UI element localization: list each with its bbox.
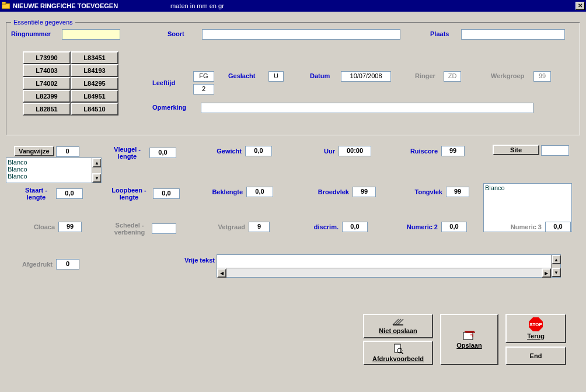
soort-input[interactable] (202, 29, 400, 40)
list-item[interactable]: Blanco (8, 173, 100, 180)
save-icon (462, 330, 476, 341)
gewicht-input[interactable]: 0,0 (245, 146, 272, 156)
loopbeen-input[interactable]: 0,0 (153, 188, 180, 199)
broedvlek-input[interactable]: 99 (353, 187, 376, 197)
opmerking-input[interactable] (201, 103, 533, 113)
afdrukvoorbeeld-button[interactable]: Afdrukvoorbeeld (363, 341, 433, 365)
ring-cell[interactable]: L84193 (71, 64, 118, 77)
numeric2-label: Numeric 2 (403, 223, 441, 230)
scroll-down-icon[interactable]: ▼ (552, 268, 561, 277)
niet-opslaan-label: Niet opslaan (379, 327, 417, 334)
window-title: NIEUWE RINGFICHE TOEVOEGEN (13, 2, 118, 9)
scroll-up-icon[interactable]: ▲ (92, 158, 102, 167)
vleugel-input[interactable]: 0,0 (149, 148, 176, 158)
scroll-right-icon[interactable]: ▶ (542, 268, 551, 278)
vrijetekst-label: Vrije tekst (172, 254, 215, 264)
ringer-input[interactable]: ZD (444, 71, 461, 82)
ringnummer-input[interactable] (62, 29, 120, 40)
svg-rect-1 (2, 2, 6, 4)
afgedrukt-label: Afgedrukt (16, 261, 56, 268)
ruiscore-input[interactable]: 99 (441, 146, 465, 156)
tongvlek-input[interactable]: 99 (446, 187, 469, 197)
scroll-up-icon[interactable]: ▲ (552, 255, 561, 264)
site-button[interactable]: Site (493, 145, 539, 155)
scroll-down-icon[interactable]: ▼ (92, 173, 102, 183)
staart-label: Staart - lengte (20, 187, 56, 201)
opmerking-label: Opmerking (152, 104, 199, 111)
ring-cell[interactable]: L74003 (23, 64, 71, 77)
ring-cell[interactable]: L84951 (71, 90, 118, 103)
vrijetekst-input[interactable]: ▲ ▼ ◀ ▶ (217, 254, 561, 278)
numeric2-input[interactable]: 0,0 (441, 222, 467, 232)
vetgraad-label: Vetgraad (212, 223, 249, 230)
list-item[interactable]: Blanco (485, 184, 570, 191)
vetgraad-input[interactable]: 9 (249, 222, 270, 232)
broedvlek-label: Broedvlek (312, 188, 353, 195)
svg-line-4 (402, 352, 403, 354)
ring-cell[interactable]: L84510 (71, 103, 118, 116)
schedel-label: Schedel - verbening (111, 222, 152, 236)
svg-rect-5 (463, 332, 473, 340)
cloaca-label: Cloaca (29, 223, 58, 230)
site-input[interactable] (541, 145, 569, 156)
print-preview-icon (393, 344, 403, 354)
numeric3-input[interactable]: 0,0 (545, 222, 571, 232)
staart-input[interactable]: 0,0 (56, 188, 83, 199)
app-icon (1, 1, 11, 10)
list-item[interactable]: Blanco (8, 159, 100, 166)
ring-cell[interactable]: L83451 (71, 51, 118, 64)
uur-input[interactable]: 00:00 (339, 146, 371, 156)
plaats-input[interactable] (461, 29, 565, 40)
plaats-label: Plaats (430, 30, 459, 37)
werkgroep-input[interactable]: 99 (533, 71, 551, 82)
tongvlek-label: Tongvlek (410, 188, 446, 195)
scroll-left-icon[interactable]: ◀ (217, 268, 226, 278)
cancel-icon (392, 318, 404, 326)
ring-cell[interactable]: L82851 (23, 103, 71, 116)
schedel-input[interactable] (152, 223, 176, 234)
ring-cell[interactable]: L74002 (23, 77, 71, 90)
ring-cell[interactable]: L73990 (23, 51, 71, 64)
gewicht-label: Gewicht (210, 148, 245, 155)
window-subtitle: maten in mm en gr (170, 2, 224, 9)
geslacht-input[interactable]: U (268, 71, 284, 82)
werkgroep-label: Werkgroep (491, 72, 532, 79)
ring-cell[interactable]: L84295 (71, 77, 118, 90)
essentials-group: Essentiële gegevens Ringnummer Soort Pla… (6, 19, 580, 135)
loopbeen-label: Loopbeen - lengte (109, 187, 153, 201)
leeftijd-code-input[interactable]: FG (193, 71, 214, 82)
terug-button[interactable]: STOP Terug (505, 314, 566, 343)
title-bar: NIEUWE RINGFICHE TOEVOEGEN maten in mm e… (0, 0, 586, 12)
close-button[interactable]: ✕ (575, 2, 585, 10)
opslaan-label: Opslaan (456, 342, 482, 349)
cloaca-input[interactable]: 99 (58, 222, 82, 232)
ringer-label: Ringer (415, 72, 442, 79)
afdrukvoorbeeld-label: Afdrukvoorbeeld (372, 355, 424, 362)
niet-opslaan-button[interactable]: Niet opslaan (363, 314, 433, 338)
list-item[interactable]: Blanco (8, 166, 100, 173)
discrim-label: discrim. (309, 223, 342, 230)
datum-input[interactable]: 10/07/2008 (341, 71, 391, 82)
vangwijze-list[interactable]: Blanco Blanco Blanco ▲ ▼ (6, 158, 102, 183)
end-label: End (530, 352, 542, 359)
ring-cell[interactable]: L82399 (23, 90, 71, 103)
essentials-legend: Essentiële gegevens (11, 19, 75, 26)
leeftijd-num-input[interactable]: 2 (193, 84, 214, 94)
ringnummer-label: Ringnummer (11, 30, 60, 37)
uur-label: Uur (315, 148, 339, 155)
beklengte-label: Beklengte (205, 188, 246, 195)
datum-label: Datum (310, 72, 339, 79)
vangwijze-button[interactable]: Vangwijze (14, 146, 54, 156)
numeric3-label: Numeric 3 (507, 223, 545, 230)
soort-label: Soort (168, 30, 200, 37)
ring-grid: L73990L83451 L74003L84193 L74002L84295 L… (23, 51, 118, 116)
opslaan-button[interactable]: Opslaan (440, 314, 498, 365)
terug-label: Terug (527, 332, 545, 340)
beklengte-input[interactable]: 0,0 (246, 187, 273, 197)
vangwijze-input[interactable]: 0 (56, 146, 79, 157)
afgedrukt-input[interactable]: 0 (56, 259, 79, 270)
discrim-input[interactable]: 0,0 (342, 222, 368, 232)
leeftijd-label: Leeftijd (152, 79, 193, 86)
end-button[interactable]: End (505, 346, 566, 365)
geslacht-label: Geslacht (228, 72, 267, 79)
